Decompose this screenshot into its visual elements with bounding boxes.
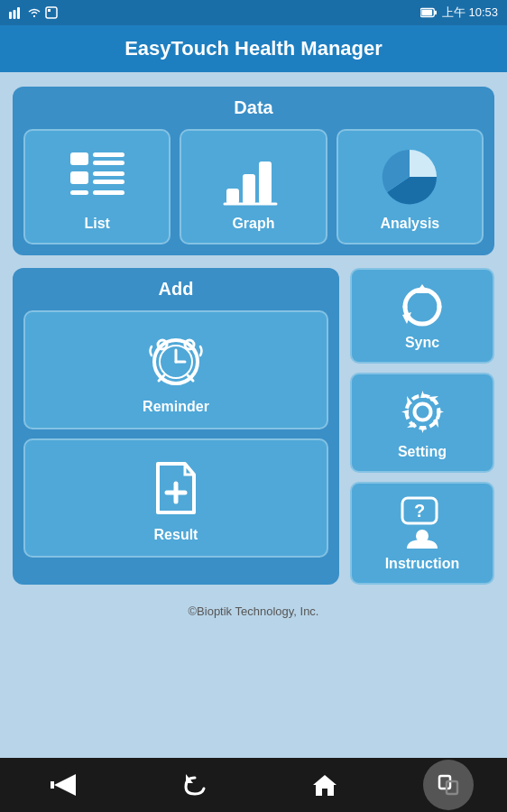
status-time: 上午 10:53 [442,5,498,21]
svg-rect-11 [70,171,88,184]
add-section-title: Add [23,279,328,300]
svg-rect-16 [226,189,239,204]
battery-icon [420,7,437,18]
svg-rect-0 [9,12,12,19]
analysis-label: Analysis [380,216,439,232]
svg-rect-17 [243,174,255,204]
svg-rect-1 [14,10,16,19]
setting-card[interactable]: Setting [350,373,494,473]
instruction-card[interactable]: ? Instruction [350,482,494,585]
data-section: Data List [13,87,494,255]
result-icon [144,457,207,520]
list-label: List [84,216,109,232]
graph-card[interactable]: Graph [180,129,327,245]
nav-recents-button[interactable] [423,760,474,810]
analysis-icon [378,145,441,208]
status-right-icons: 上午 10:53 [420,5,498,21]
setting-icon [398,387,447,437]
setting-label: Setting [398,444,447,460]
add-section: Add [13,268,339,585]
svg-rect-14 [70,190,88,195]
graph-label: Graph [232,216,274,232]
data-grid: List Graph [23,129,484,245]
svg-rect-15 [93,190,124,195]
reminder-icon [144,328,207,392]
main-content: Data List [0,72,507,758]
wifi-icon [28,7,41,18]
sync-card[interactable]: Sync [350,268,494,364]
result-card[interactable]: Result [23,438,328,558]
nav-undo-button[interactable] [163,762,226,807]
status-bar: 上午 10:53 [0,0,507,25]
svg-point-34 [406,396,438,429]
add-grid: Reminder Result [23,310,328,558]
reminder-label: Reminder [143,399,209,415]
reminder-card[interactable]: Reminder [23,310,328,429]
analysis-card[interactable]: Analysis [336,129,484,245]
instruction-icon: ? [398,496,447,549]
svg-rect-3 [46,7,57,18]
svg-rect-18 [259,161,272,204]
nav-bar [0,758,507,812]
graph-icon [222,145,285,208]
svg-rect-38 [51,781,54,789]
svg-rect-8 [70,152,88,165]
result-label: Result [154,527,198,543]
svg-rect-12 [93,171,124,176]
right-section: Sync [350,268,494,585]
signal-icon [9,6,23,19]
list-icon [66,145,129,208]
nav-home-button[interactable] [293,762,356,807]
sd-icon [45,6,58,19]
list-card[interactable]: List [23,129,171,245]
svg-rect-2 [17,7,20,19]
svg-text:?: ? [413,501,424,521]
footer: ©Bioptik Technology, Inc. [13,597,494,623]
svg-rect-4 [48,9,51,12]
sync-label: Sync [405,335,439,351]
instruction-label: Instruction [385,556,460,572]
bottom-section: Add [13,268,494,585]
svg-rect-7 [421,10,432,15]
svg-rect-6 [435,11,437,15]
svg-rect-13 [93,180,124,184]
status-left-icons [9,6,58,19]
data-section-title: Data [23,97,484,118]
sync-icon [398,282,447,328]
app-title: EasyTouch Health Manager [124,37,383,60]
app-header: EasyTouch Health Manager [0,25,507,72]
nav-back-button[interactable] [33,762,97,807]
svg-rect-9 [93,152,124,157]
svg-rect-10 [93,161,124,165]
svg-point-33 [414,404,430,420]
